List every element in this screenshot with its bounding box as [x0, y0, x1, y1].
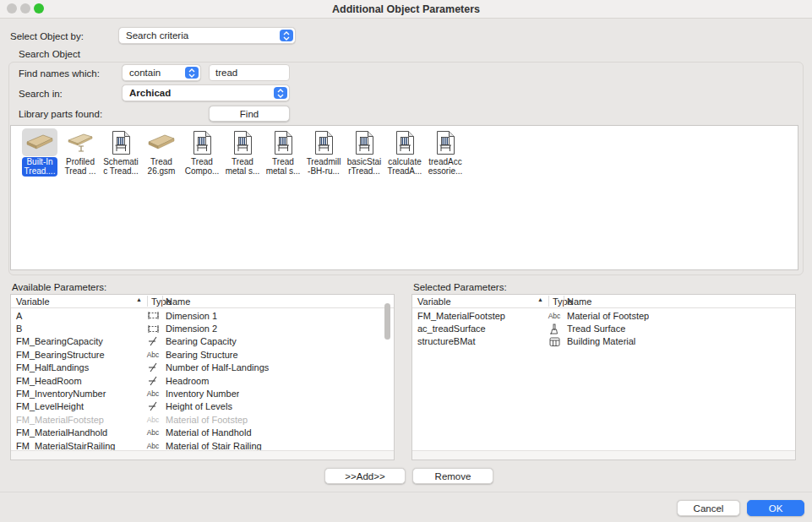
sort-ascending-icon: ▲: [537, 296, 543, 302]
search-in-label: Search in:: [19, 89, 63, 99]
library-part-item[interactable]: ProfiledTread ...: [60, 128, 101, 177]
library-part-label: Tread26.gsm: [145, 157, 178, 177]
column-divider: [147, 296, 148, 307]
parameter-variable: FM_MaterialFootstep: [412, 311, 545, 321]
cancel-button[interactable]: Cancel: [677, 500, 740, 516]
library-part-item[interactable]: Tread26.gsm: [141, 128, 182, 177]
parameter-row[interactable]: FM_MaterialFootstepAbcMaterial of Footst…: [412, 309, 795, 322]
library-part-item[interactable]: calculateTreadA...: [384, 128, 425, 177]
select-object-by-dropdown[interactable]: Search criteria: [118, 27, 296, 44]
selected-parameters-table[interactable]: Variable ▲ Type Name FM_MaterialFootstep…: [411, 294, 796, 460]
number-icon: [144, 362, 162, 372]
parameter-name: Inventory Number: [162, 389, 239, 399]
library-part-label: Schematic Tread...: [101, 157, 141, 177]
library-part-label: Treadmetal s...: [223, 157, 263, 177]
dialog-additional-object-parameters: Additional Object Parameters Select Obje…: [0, 0, 812, 522]
abc-icon: Abc: [144, 442, 162, 450]
parameter-row[interactable]: ac_treadSurfaceTread Surface: [412, 322, 795, 334]
library-part-item[interactable]: basicStairTread...: [344, 128, 384, 177]
find-button[interactable]: Find: [209, 106, 290, 122]
column-divider: [548, 296, 549, 307]
select-object-by-label: Select Object by:: [10, 31, 84, 41]
chevron-up-down-icon: [280, 30, 293, 41]
parameter-row[interactable]: FM_BearingStructureAbcBearing Structure: [11, 348, 394, 361]
tread-plank-profiled-icon: [63, 128, 98, 156]
column-header-name[interactable]: Name: [166, 296, 190, 307]
parameter-variable: FM_InventoryNumber: [11, 389, 144, 399]
gdl-doc-icon: [387, 128, 422, 156]
search-in-value: Archicad: [129, 88, 171, 98]
parameter-name: Dimension 2: [162, 324, 217, 334]
library-part-item[interactable]: Treadmill-BH-ru...: [303, 128, 344, 177]
search-object-group-label: Search Object: [19, 49, 80, 59]
gdl-doc-icon: [346, 128, 382, 156]
parameter-row[interactable]: ADimension 1: [11, 309, 394, 322]
tread-plank-icon: [22, 128, 57, 156]
library-part-item[interactable]: TreadCompo...: [182, 128, 222, 177]
column-header-variable[interactable]: Variable: [417, 296, 451, 307]
parameter-name: Bearing Capacity: [162, 336, 237, 346]
parameter-name: Dimension 1: [162, 311, 217, 321]
parameter-variable: FM_HalfLandings: [11, 362, 144, 372]
find-operator-value: contain: [129, 68, 161, 78]
parameter-row[interactable]: structureBMatBuilding Material: [412, 335, 795, 348]
parameter-name: Bearing Structure: [162, 350, 238, 360]
library-parts-grid: Built-InTread....ProfiledTread ...Schema…: [19, 128, 466, 177]
parameter-variable: A: [11, 311, 144, 321]
parameter-name: Height of Levels: [162, 401, 232, 411]
parameter-row[interactable]: BDimension 2: [11, 322, 394, 334]
library-part-item[interactable]: Schematic Tread...: [101, 128, 141, 177]
add-button[interactable]: >>Add>>: [324, 468, 406, 484]
search-query-value: tread: [215, 68, 237, 78]
available-parameters-table[interactable]: Variable ▲ Type Name ADimension 1BDimens…: [10, 294, 395, 460]
library-part-label: Built-InTread....: [22, 157, 58, 177]
parameter-variable: FM_MaterialFootstep: [11, 415, 144, 425]
find-names-label: Find names which:: [19, 68, 100, 79]
column-header-name[interactable]: Name: [567, 296, 591, 307]
abc-icon: Abc: [144, 416, 162, 424]
remove-button[interactable]: Remove: [412, 468, 493, 484]
parameter-name: Material of Footstep: [564, 311, 649, 321]
library-parts-found-label: Library parts found:: [19, 109, 102, 119]
title-bar: Additional Object Parameters: [0, 0, 812, 19]
library-part-label: TreadCompo...: [183, 157, 222, 177]
library-part-item[interactable]: Built-InTread....: [19, 128, 60, 177]
chevron-up-down-icon: [185, 67, 199, 79]
library-part-label: Treadmetal s...: [264, 157, 303, 177]
table-header[interactable]: Variable ▲ Type Name: [11, 295, 394, 308]
parameter-name: Material of Stair Railing: [162, 441, 262, 451]
selected-parameters-label: Selected Parameters:: [413, 282, 507, 292]
gdl-doc-icon: [265, 128, 301, 156]
search-in-dropdown[interactable]: Archicad: [122, 84, 290, 101]
number-icon: [144, 401, 162, 411]
parameter-variable: FM_MaterialStairRailing: [11, 441, 144, 451]
library-parts-panel[interactable]: Built-InTread....ProfiledTread ...Schema…: [10, 125, 798, 270]
parameter-row[interactable]: FM_LevelHeightHeight of Levels: [11, 400, 394, 413]
find-button-label: Find: [240, 109, 259, 119]
search-query-input[interactable]: tread: [209, 64, 290, 81]
ok-button[interactable]: OK: [747, 500, 804, 516]
library-part-item[interactable]: Treadmetal s...: [222, 128, 263, 177]
library-part-label: calculateTreadA...: [385, 157, 425, 177]
sort-ascending-icon: ▲: [136, 296, 142, 302]
parameter-row[interactable]: FM_HeadRoomHeadroom: [11, 374, 394, 387]
library-part-label: basicStairTread...: [345, 157, 384, 177]
column-header-variable[interactable]: Variable: [16, 296, 50, 307]
table-bottom-strip: [11, 450, 394, 459]
number-icon: [144, 376, 162, 386]
tread-plank-icon: [144, 128, 179, 156]
library-part-item[interactable]: Treadmetal s...: [263, 128, 303, 177]
table-header[interactable]: Variable ▲ Type Name: [412, 295, 795, 308]
brush-icon: [545, 324, 564, 334]
find-operator-dropdown[interactable]: contain: [122, 64, 201, 81]
vertical-scrollbar-thumb[interactable]: [384, 303, 390, 340]
parameter-variable: FM_HeadRoom: [11, 376, 144, 386]
parameter-row[interactable]: FM_BearingCapacityBearing Capacity: [11, 335, 394, 348]
library-part-item[interactable]: treadAccessorie...: [425, 128, 466, 177]
parameter-row[interactable]: FM_MaterialHandholdAbcMaterial of Handho…: [11, 427, 394, 439]
parameter-row[interactable]: FM_MaterialFootstepAbcMaterial of Footst…: [11, 413, 394, 426]
parameter-row[interactable]: FM_InventoryNumberAbcInventory Number: [11, 387, 394, 400]
gdl-doc-icon: [184, 128, 220, 156]
remove-button-label: Remove: [435, 471, 471, 481]
parameter-row[interactable]: FM_HalfLandingsNumber of Half-Landings: [11, 362, 394, 374]
